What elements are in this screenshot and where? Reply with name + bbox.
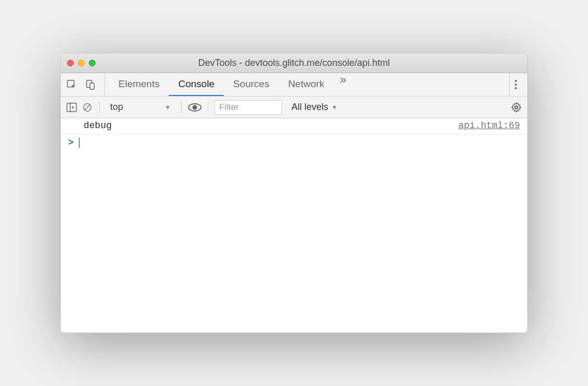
minimize-window-button[interactable] [78, 60, 85, 66]
log-message: debug [84, 120, 458, 131]
tab-network[interactable]: Network [279, 73, 334, 96]
console-prompt[interactable]: > [61, 134, 527, 151]
svg-point-8 [192, 105, 197, 109]
window-title: DevTools - devtools.glitch.me/console/ap… [61, 58, 527, 68]
input-cursor [79, 137, 79, 148]
toolbar-separator [208, 102, 208, 113]
more-tabs-button[interactable]: » [333, 73, 352, 96]
inspect-element-icon[interactable] [66, 79, 77, 90]
tab-list: Elements Console Sources Network » [109, 73, 504, 96]
log-source-link[interactable]: api.html:69 [458, 120, 520, 131]
device-toolbar-icon[interactable] [85, 79, 96, 90]
console-sidebar-toggle-icon[interactable] [66, 102, 77, 113]
clear-console-icon[interactable] [82, 102, 93, 113]
close-window-button[interactable] [67, 60, 74, 66]
chevron-down-icon: ▼ [331, 104, 338, 111]
console-toolbar: top ▼ All levels ▼ [61, 96, 527, 118]
tab-elements[interactable]: Elements [109, 73, 169, 96]
svg-line-6 [85, 104, 90, 109]
prompt-chevron-icon: > [68, 137, 74, 148]
more-options-button[interactable] [509, 73, 522, 96]
devtools-window: DevTools - devtools.glitch.me/console/ap… [60, 53, 528, 333]
levels-label: All levels [291, 102, 328, 113]
svg-rect-3 [67, 103, 76, 111]
console-output: debug api.html:69 > [61, 118, 527, 151]
console-log-entry: debug api.html:69 [61, 118, 527, 134]
traffic-lights [67, 60, 96, 66]
log-levels-select[interactable]: All levels ▼ [291, 102, 338, 113]
devtools-tab-bar: Elements Console Sources Network » [61, 73, 527, 96]
filter-input[interactable] [215, 100, 282, 115]
execution-context-select[interactable]: top ▼ [106, 101, 175, 114]
console-settings-icon[interactable] [511, 102, 522, 113]
tab-sources[interactable]: Sources [224, 73, 279, 96]
maximize-window-button[interactable] [89, 60, 96, 66]
toolbar-separator [181, 102, 182, 113]
tab-console[interactable]: Console [169, 73, 224, 96]
context-label: top [110, 102, 123, 113]
toolbar-separator [99, 102, 100, 113]
svg-rect-2 [90, 83, 94, 89]
live-expression-icon[interactable] [188, 103, 202, 112]
chevron-down-icon: ▼ [165, 104, 171, 111]
window-titlebar: DevTools - devtools.glitch.me/console/ap… [61, 53, 527, 73]
